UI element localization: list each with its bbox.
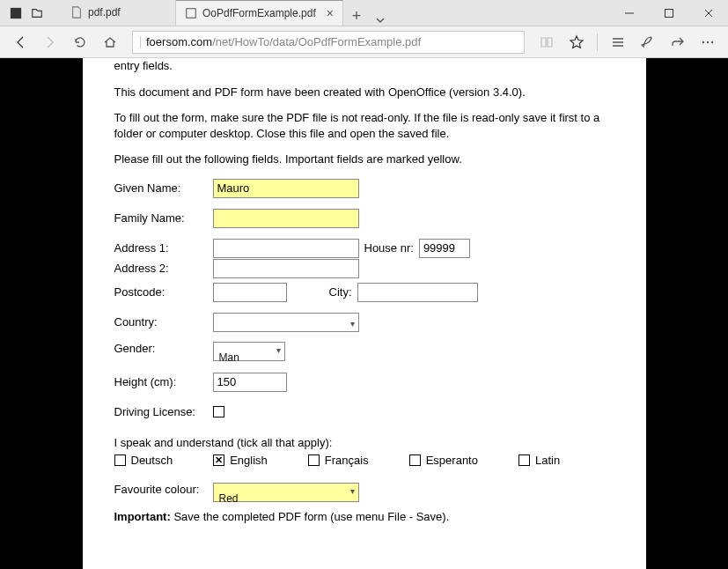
label-gender: Gender: bbox=[114, 342, 213, 355]
chevron-down-icon: ▾ bbox=[350, 319, 357, 331]
lang-esperanto-checkbox[interactable] bbox=[409, 454, 421, 466]
country-select[interactable]: ▾ bbox=[213, 313, 359, 332]
svg-point-5 bbox=[707, 41, 709, 42]
label-postcode: Postcode: bbox=[114, 285, 213, 299]
height-input[interactable] bbox=[213, 373, 287, 392]
lang-francais-label: Français bbox=[325, 454, 369, 467]
refresh-button[interactable] bbox=[67, 29, 93, 55]
reading-view-icon[interactable] bbox=[533, 29, 560, 55]
tab-label: OoPdfFormExample.pdf bbox=[202, 7, 316, 19]
chevron-down-icon: ▾ bbox=[350, 486, 357, 499]
label-family-name: Family Name: bbox=[114, 211, 213, 225]
important-note: Important: Save the completed PDF form (… bbox=[114, 509, 614, 525]
paragraph: To fill out the form, make sure the PDF … bbox=[114, 110, 614, 141]
close-tab-icon[interactable]: × bbox=[327, 6, 334, 20]
svg-point-6 bbox=[711, 41, 713, 42]
family-name-input[interactable] bbox=[213, 209, 359, 228]
label-address1: Address 1: bbox=[114, 241, 213, 255]
address2-input[interactable] bbox=[213, 259, 359, 278]
back-button[interactable] bbox=[7, 29, 33, 55]
svg-point-4 bbox=[702, 41, 704, 42]
tab-form-active[interactable]: OoPdfFormExample.pdf × bbox=[176, 0, 343, 26]
label-country: Country: bbox=[114, 315, 213, 329]
more-icon[interactable] bbox=[695, 29, 721, 55]
tabs-icon[interactable] bbox=[30, 6, 44, 20]
svg-rect-0 bbox=[11, 7, 21, 18]
app-icon bbox=[9, 6, 23, 20]
address-bar[interactable]: foersom.com/net/HowTo/data/OoPdfFormExam… bbox=[132, 31, 525, 54]
city-input[interactable] bbox=[357, 283, 478, 302]
close-window-button[interactable] bbox=[688, 0, 728, 26]
address-separator bbox=[140, 36, 141, 48]
forward-button[interactable] bbox=[37, 29, 63, 55]
paragraph-truncated: entry fields. bbox=[114, 58, 614, 74]
language-options: Deutsch ✕ English Français Esperanto Lat… bbox=[114, 454, 614, 467]
important-text: Save the completed PDF form (use menu Fi… bbox=[171, 510, 449, 523]
url-path: /net/HowTo/data/OoPdfFormExample.pdf bbox=[212, 35, 421, 48]
paragraph: This document and PDF form have been cre… bbox=[114, 85, 614, 100]
lang-latin-checkbox[interactable] bbox=[518, 454, 530, 466]
given-name-input[interactable] bbox=[213, 179, 359, 198]
page-icon bbox=[185, 7, 197, 19]
lang-latin-label: Latin bbox=[535, 454, 560, 467]
label-favcolor: Favourite colour: bbox=[114, 483, 213, 496]
paragraph: Please fill out the following fields. Im… bbox=[114, 151, 614, 167]
lang-deutsch-label: Deutsch bbox=[131, 454, 173, 467]
languages-question: I speak and understand (tick all that ap… bbox=[114, 435, 614, 451]
label-house-nr: House nr: bbox=[359, 241, 419, 255]
important-label: Important: bbox=[114, 510, 171, 523]
home-button[interactable] bbox=[97, 29, 123, 55]
new-tab-button[interactable]: + bbox=[343, 7, 370, 26]
url-host: foersom.com bbox=[146, 35, 212, 48]
favcolor-select[interactable]: Red ▾ bbox=[213, 483, 359, 502]
lang-english-checkbox[interactable]: ✕ bbox=[213, 454, 224, 466]
svg-rect-3 bbox=[665, 9, 673, 17]
label-driving: Driving License: bbox=[114, 405, 213, 418]
toolbar-divider bbox=[597, 33, 598, 51]
label-given-name: Given Name: bbox=[114, 181, 213, 195]
favcolor-select-value: Red bbox=[216, 492, 239, 504]
pdf-viewer[interactable]: entry fields. This document and PDF form… bbox=[0, 58, 728, 569]
favorite-star-icon[interactable] bbox=[563, 29, 590, 55]
postcode-input[interactable] bbox=[213, 283, 287, 302]
tab-dropdown-icon[interactable] bbox=[370, 15, 391, 26]
toolbar: foersom.com/net/HowTo/data/OoPdfFormExam… bbox=[0, 26, 728, 58]
address1-input[interactable] bbox=[213, 239, 359, 258]
label-city: City: bbox=[287, 285, 357, 299]
label-height: Height (cm): bbox=[114, 375, 213, 388]
hub-icon[interactable] bbox=[605, 29, 631, 55]
lang-deutsch-checkbox[interactable] bbox=[114, 454, 126, 466]
notes-icon[interactable] bbox=[635, 29, 661, 55]
gender-select[interactable]: Man ▾ bbox=[213, 342, 285, 361]
window-controls bbox=[609, 0, 728, 26]
maximize-button[interactable] bbox=[649, 0, 688, 26]
driving-license-checkbox[interactable] bbox=[213, 406, 224, 418]
label-address2: Address 2: bbox=[114, 262, 213, 275]
pdf-page: entry fields. This document and PDF form… bbox=[83, 58, 646, 569]
tab-label: pdf.pdf bbox=[88, 6, 121, 18]
pdf-file-icon bbox=[70, 6, 83, 18]
titlebar: pdf.pdf OoPdfFormExample.pdf × + bbox=[0, 0, 728, 26]
lang-esperanto-label: Esperanto bbox=[426, 454, 478, 467]
chevron-down-icon: ▾ bbox=[276, 345, 283, 358]
svg-rect-1 bbox=[187, 9, 196, 18]
lang-francais-checkbox[interactable] bbox=[308, 454, 320, 466]
house-nr-input[interactable] bbox=[419, 239, 470, 258]
tab-strip: pdf.pdf OoPdfFormExample.pdf × + bbox=[53, 0, 609, 26]
tab-pdf[interactable]: pdf.pdf bbox=[62, 0, 176, 26]
minimize-button[interactable] bbox=[609, 0, 649, 26]
lang-english-label: English bbox=[230, 454, 268, 467]
gender-select-value: Man bbox=[216, 351, 239, 363]
share-icon[interactable] bbox=[665, 29, 691, 55]
